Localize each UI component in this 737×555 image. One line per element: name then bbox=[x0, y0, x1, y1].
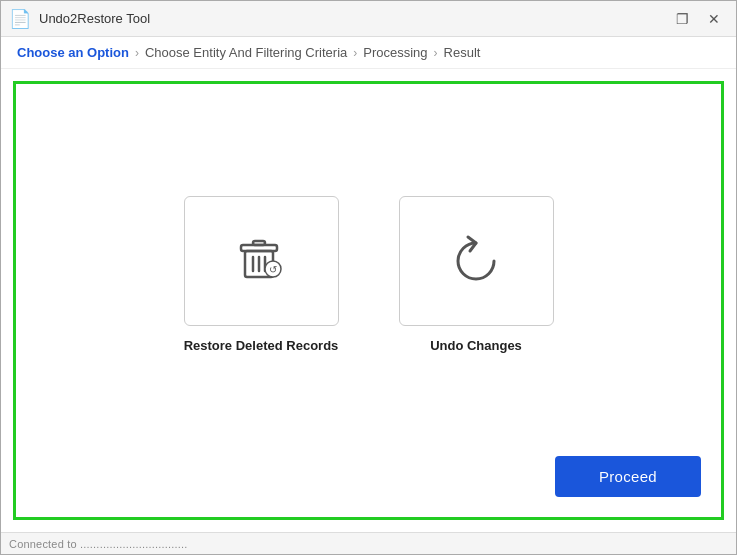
app-icon: 📄 bbox=[9, 8, 31, 30]
breadcrumb-choose-option[interactable]: Choose an Option bbox=[17, 45, 129, 60]
proceed-button[interactable]: Proceed bbox=[555, 456, 701, 497]
undo-option-card[interactable] bbox=[399, 196, 554, 326]
breadcrumb-sep-2: › bbox=[353, 46, 357, 60]
main-content: ↺ Restore Deleted Records bbox=[1, 69, 736, 532]
app-window: 📄 Undo2Restore Tool ❐ ✕ Choose an Option… bbox=[0, 0, 737, 555]
svg-text:↺: ↺ bbox=[269, 264, 277, 275]
breadcrumb-sep-1: › bbox=[135, 46, 139, 60]
status-text: Connected to ...........................… bbox=[9, 538, 188, 550]
breadcrumb-choose-entity[interactable]: Choose Entity And Filtering Criteria bbox=[145, 45, 347, 60]
undo-option-label: Undo Changes bbox=[430, 338, 522, 353]
close-button[interactable]: ✕ bbox=[700, 5, 728, 33]
content-box: ↺ Restore Deleted Records bbox=[13, 81, 724, 520]
title-bar-controls: ❐ ✕ bbox=[668, 5, 728, 33]
options-area: ↺ Restore Deleted Records bbox=[36, 104, 701, 444]
breadcrumb-processing[interactable]: Processing bbox=[363, 45, 427, 60]
restore-option-label: Restore Deleted Records bbox=[184, 338, 339, 353]
trash-icon: ↺ bbox=[231, 229, 291, 293]
bottom-area: Proceed bbox=[36, 444, 701, 497]
status-bar: Connected to ...........................… bbox=[1, 532, 736, 554]
breadcrumb-result[interactable]: Result bbox=[444, 45, 481, 60]
breadcrumb: Choose an Option › Choose Entity And Fil… bbox=[1, 37, 736, 69]
restore-option-card[interactable]: ↺ bbox=[184, 196, 339, 326]
breadcrumb-sep-3: › bbox=[434, 46, 438, 60]
title-bar-left: 📄 Undo2Restore Tool bbox=[9, 8, 150, 30]
window-title: Undo2Restore Tool bbox=[39, 11, 150, 26]
title-bar: 📄 Undo2Restore Tool ❐ ✕ bbox=[1, 1, 736, 37]
restore-button[interactable]: ❐ bbox=[668, 5, 696, 33]
svg-rect-2 bbox=[253, 241, 265, 245]
undo-icon bbox=[446, 229, 506, 293]
